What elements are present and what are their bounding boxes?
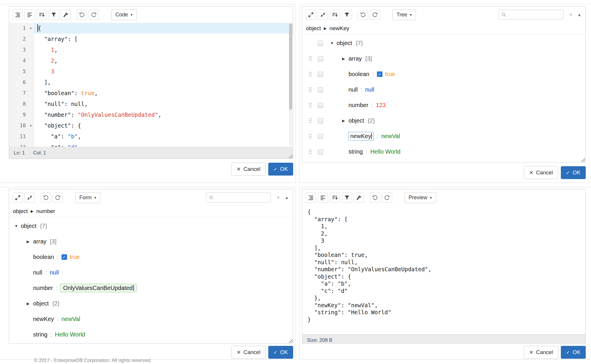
expand-node-icon[interactable]: ▶ [27,301,33,306]
redo-button[interactable] [370,10,380,20]
collapse-all-button[interactable] [318,10,328,20]
format-button[interactable] [13,10,23,20]
mode-dropdown[interactable]: Preview ▾ [404,192,436,203]
tree-key[interactable]: null [33,269,42,276]
collapse-node-icon[interactable]: ▼ [330,41,337,45]
boolean-checkbox[interactable]: ✓ [62,254,67,260]
context-menu-button[interactable] [318,41,323,46]
expand-all-button[interactable] [306,10,316,20]
search-previous-icon[interactable]: ▲ [577,13,581,17]
scrollbar-thumb[interactable] [289,23,292,110]
breadcrumb-root[interactable]: object [13,208,28,214]
cancel-button[interactable]: ✕ Cancel [231,163,266,176]
context-menu-button[interactable] [318,103,323,108]
search-previous-icon[interactable]: ▲ [285,195,289,200]
drag-handle-icon[interactable] [309,149,312,154]
context-menu-button[interactable] [318,87,323,92]
expand-node-icon[interactable]: ▶ [342,56,349,61]
expand-all-button[interactable] [13,193,23,203]
tree-key[interactable]: object [349,117,364,124]
tree-key[interactable]: array [349,55,362,62]
code-editor[interactable]: 1▾{2 "array": [3 1,4 2,5 36 ],7 "boolean… [9,23,293,147]
tree-key[interactable]: string [349,148,363,155]
filter-button[interactable] [342,193,352,203]
breadcrumb-root[interactable]: object [306,25,321,32]
tree-key[interactable]: number [33,285,53,291]
tree-value[interactable]: 123 [376,102,385,109]
tree-key[interactable]: array [33,238,47,245]
tree-key[interactable]: boolean [349,71,369,78]
tree-key[interactable]: newKey [33,316,54,322]
cancel-button[interactable]: ✕ Cancel [231,346,266,359]
cancel-button[interactable]: ✕ Cancel [524,166,558,179]
tree-key[interactable]: object [337,40,352,47]
tree-key[interactable]: object [33,300,49,307]
tree-key[interactable]: object [21,223,36,229]
tree-value[interactable]: newVal [62,316,80,322]
undo-button[interactable] [358,10,368,20]
drag-handle-icon[interactable] [309,118,312,123]
format-button[interactable] [306,193,316,203]
mode-dropdown[interactable]: Tree ▾ [392,9,416,20]
tree-value[interactable]: true [70,254,80,260]
tree-value[interactable]: null [50,269,59,276]
tree-value[interactable]: Hello World [55,331,85,338]
search-next-icon[interactable]: ▼ [569,13,573,17]
tree-value[interactable]: Hello World [370,148,400,155]
filter-button[interactable] [342,10,352,20]
drag-handle-icon[interactable] [309,71,312,77]
tree-value[interactable]: null [365,86,374,93]
drag-handle-icon[interactable] [309,56,312,61]
context-menu-button[interactable] [318,56,323,61]
transform-button[interactable] [354,193,364,203]
expand-node-icon[interactable]: ▶ [27,239,33,244]
redo-button[interactable] [382,193,392,203]
search-input[interactable] [216,195,268,200]
ok-button[interactable]: ✓ OK [561,346,586,359]
vertical-scrollbar[interactable] [289,23,292,146]
cancel-button[interactable]: ✕ Cancel [524,346,558,359]
ok-button[interactable]: ✓ OK [268,346,293,359]
search-input[interactable] [508,12,561,18]
sort-button[interactable] [330,193,340,203]
tree-key[interactable]: newKey [349,132,374,140]
sort-button[interactable] [330,10,340,20]
sort-button[interactable] [37,10,47,20]
undo-button[interactable] [370,193,380,203]
filter-button[interactable] [49,10,59,20]
breadcrumb-leaf[interactable]: number [36,208,55,214]
fold-toggle-icon[interactable]: ▾ [30,120,32,131]
ok-button[interactable]: ✓ OK [561,166,586,179]
compact-button[interactable] [318,193,328,203]
compact-button[interactable] [25,10,35,20]
drag-handle-icon[interactable] [309,133,312,139]
mode-dropdown[interactable]: Code ▾ [111,9,137,20]
tree-key[interactable]: boolean [33,254,54,260]
collapse-node-icon[interactable]: ▼ [14,224,21,228]
undo-button[interactable] [41,193,51,203]
redo-button[interactable] [53,193,63,203]
boolean-checkbox[interactable]: ✓ [377,71,382,77]
context-menu-button[interactable] [318,118,323,123]
search-next-icon[interactable]: ▼ [276,195,280,200]
context-menu-button[interactable] [318,134,323,139]
context-menu-button[interactable] [318,149,323,154]
tree-key[interactable]: number [349,102,368,109]
mode-dropdown[interactable]: Form ▾ [75,192,100,203]
tree-value[interactable]: newVal [381,133,400,140]
fold-toggle-icon[interactable]: ▾ [30,23,32,34]
search-box[interactable] [498,10,563,20]
tree-key[interactable]: string [33,331,47,338]
drag-handle-icon[interactable] [309,87,312,92]
tree-value[interactable]: true [385,71,395,78]
context-menu-button[interactable] [318,72,323,77]
expand-node-icon[interactable]: ▶ [342,119,349,123]
undo-button[interactable] [77,10,87,20]
transform-button[interactable] [61,10,71,20]
breadcrumb-leaf[interactable]: newKey [329,25,349,32]
collapse-all-button[interactable] [25,193,35,203]
tree-value[interactable]: OnlyValuesCanBeUpdated [60,284,136,292]
ok-button[interactable]: ✓ OK [268,163,293,176]
redo-button[interactable] [89,10,99,20]
search-box[interactable] [206,193,271,202]
